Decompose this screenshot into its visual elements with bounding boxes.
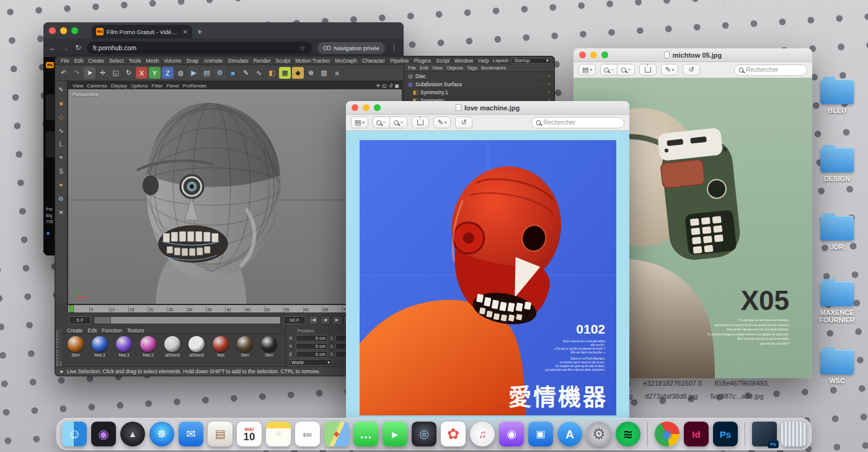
tool-button[interactable]: ▶	[188, 67, 200, 79]
coordinate-space-select[interactable]: World ▾	[289, 359, 332, 366]
viewport-menu-item[interactable]: View	[71, 83, 85, 89]
menu-item[interactable]: MoGraph	[332, 58, 359, 64]
folder-icon[interactable]	[820, 216, 854, 241]
zoom-window-button[interactable]	[601, 51, 608, 58]
dock-photo-booth[interactable]: ◎	[412, 422, 436, 446]
menu-item[interactable]: File	[406, 65, 418, 71]
menu-item[interactable]: Sculpt	[273, 58, 293, 64]
visibility-dots-icon[interactable]: ··	[539, 73, 545, 79]
close-window-button[interactable]	[352, 104, 358, 111]
coord-value-field[interactable]: 0 cm	[296, 335, 328, 342]
tool-button[interactable]: ◧	[266, 67, 278, 79]
tool-button[interactable]: ≡	[331, 67, 343, 79]
material-item[interactable]: Skin	[64, 336, 87, 357]
desktop-folder[interactable]: JDR	[815, 216, 859, 250]
menu-item[interactable]: Simulate	[226, 58, 251, 64]
menu-item[interactable]: Bookmarks	[479, 65, 508, 71]
view-menu-button[interactable]: ▤▾	[578, 64, 596, 76]
tool-button[interactable]: ▥	[318, 67, 330, 79]
menu-item[interactable]: Render	[251, 58, 273, 64]
close-window-button[interactable]	[579, 51, 586, 58]
zoom-in-button[interactable]: +	[390, 117, 407, 128]
object-name[interactable]: Disc	[415, 73, 426, 79]
material-sphere[interactable]	[237, 336, 253, 352]
side-tool-button[interactable]: ⚙	[56, 193, 66, 203]
viewport-nav-icon[interactable]: ▣	[394, 83, 399, 89]
stepper-icon[interactable]: ⇅	[330, 352, 334, 357]
bookmark-star-icon[interactable]: ☆	[299, 44, 306, 52]
reload-icon[interactable]: ↻	[75, 43, 81, 52]
menu-item[interactable]: Plugins	[411, 58, 433, 64]
stepper-icon[interactable]: ⇅	[330, 344, 334, 349]
tool-button[interactable]: ▤	[201, 67, 213, 79]
zoom-window-button[interactable]	[374, 104, 381, 111]
transport-button[interactable]: |◀	[308, 316, 319, 325]
dock-reminders[interactable]: ≔	[295, 422, 320, 446]
menu-item[interactable]: Objects	[445, 65, 465, 71]
tool-button[interactable]: ▦	[279, 67, 291, 79]
menu-item[interactable]: Snap	[184, 58, 202, 64]
tool-button[interactable]: Y	[149, 67, 161, 79]
dock-launchpad[interactable]: ▲	[120, 422, 145, 446]
new-tab-button[interactable]: +	[197, 27, 202, 38]
visibility-dots-icon[interactable]: ··	[539, 81, 545, 87]
material-item[interactable]: Mat.3	[113, 336, 135, 357]
window-controls[interactable]	[574, 51, 608, 58]
dock-minimized-photoshop-window[interactable]: Ps	[752, 422, 777, 446]
material-item[interactable]: Skin	[234, 336, 256, 357]
browser-menu-icon[interactable]: ⋮	[391, 43, 398, 52]
folder-icon[interactable]	[820, 350, 854, 374]
search-field[interactable]	[531, 117, 624, 128]
markup-button[interactable]: ✎▾	[661, 64, 678, 76]
folder-icon[interactable]	[820, 148, 854, 172]
dock-safari[interactable]: ✵	[149, 422, 174, 446]
transport-button[interactable]: ▶	[332, 316, 342, 325]
tool-button[interactable]: ◱	[110, 67, 122, 79]
dock-contacts[interactable]: ▤	[208, 422, 232, 446]
material-item[interactable]: aiStand	[185, 336, 208, 357]
menu-item[interactable]: Script	[433, 58, 452, 64]
dock-keynote[interactable]: ▣	[528, 422, 553, 446]
share-button[interactable]	[639, 64, 657, 76]
dock-podcasts[interactable]: ◉	[499, 422, 524, 446]
menu-item[interactable]: Help	[476, 58, 491, 64]
material-sphere[interactable]	[140, 336, 156, 352]
menu-item[interactable]: Character	[360, 58, 388, 64]
object-name[interactable]: Subdivision Surface	[415, 81, 462, 87]
layout-select[interactable]: Startup ▾	[512, 58, 551, 64]
object-row[interactable]: ◎ Disc ·· ✓	[404, 72, 554, 80]
file-label[interactable]: d273afaf38d8.jpg	[645, 392, 698, 400]
tool-button[interactable]: ↷	[71, 67, 82, 79]
material-item[interactable]: Mat.3	[137, 336, 159, 357]
menu-item[interactable]: Edit	[86, 327, 100, 334]
window-controls[interactable]	[346, 104, 381, 111]
material-sphere[interactable]	[116, 336, 132, 352]
material-sphere[interactable]	[213, 336, 229, 352]
viewport-menu-item[interactable]: Display	[109, 83, 129, 89]
tool-button[interactable]: ➤	[84, 67, 95, 79]
menu-item[interactable]: Edit	[72, 58, 86, 64]
dock-trash[interactable]	[781, 422, 806, 446]
coord-value-field[interactable]: 0 cm	[296, 343, 328, 350]
dock-mail[interactable]: ✉	[179, 422, 203, 446]
menu-item[interactable]: Select	[107, 58, 126, 64]
material-item[interactable]: Mat.3	[89, 336, 111, 357]
tool-button[interactable]: ✎	[240, 67, 252, 79]
dock-finder[interactable]: ☺	[62, 422, 87, 446]
tool-button[interactable]: ◆	[292, 67, 304, 79]
tool-button[interactable]: ◍	[175, 67, 187, 79]
desktop-folder[interactable]: WSC	[815, 350, 859, 384]
viewport-menu-item[interactable]: ProRender	[181, 83, 209, 89]
tab-close-icon[interactable]: ✕	[183, 29, 188, 35]
forward-icon[interactable]: →	[62, 43, 69, 52]
minimize-window-button[interactable]	[60, 27, 67, 34]
side-tool-button[interactable]: ✎	[56, 84, 66, 94]
end-frame-field[interactable]: 90 F	[283, 316, 306, 324]
tool-button[interactable]: ⚙	[214, 67, 226, 79]
material-item[interactable]: Skin	[258, 336, 280, 357]
dock-messages[interactable]: …	[353, 422, 378, 446]
material-sphere[interactable]	[68, 336, 84, 352]
rotate-button[interactable]: ↺	[455, 117, 472, 128]
file-label[interactable]: 5cc887c...a3d.jpg	[710, 392, 763, 400]
material-sphere[interactable]	[188, 336, 205, 352]
